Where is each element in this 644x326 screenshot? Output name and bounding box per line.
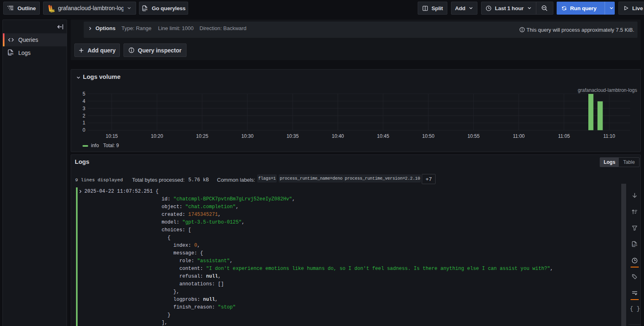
svg-text:4: 4 <box>82 98 85 104</box>
svg-text:10:25: 10:25 <box>196 133 208 139</box>
svg-text:11:05: 11:05 <box>558 133 570 139</box>
svg-text:10:20: 10:20 <box>151 133 163 139</box>
svg-text:5: 5 <box>82 91 85 97</box>
svg-text:LOG: LOG <box>9 52 14 55</box>
svg-text:11:10: 11:10 <box>603 133 615 139</box>
svg-text:0: 0 <box>82 127 85 133</box>
svg-text:LOG: LOG <box>143 8 148 11</box>
svg-text:grafanacloud-lambtron-logs: grafanacloud-lambtron-logs <box>578 87 637 93</box>
svg-text:10:35: 10:35 <box>286 133 299 139</box>
svg-text:1: 1 <box>82 120 85 126</box>
svg-text:10:45: 10:45 <box>377 133 389 139</box>
svg-text:LOG: LOG <box>633 244 637 246</box>
svg-text:10:15: 10:15 <box>106 133 118 139</box>
svg-text:10:40: 10:40 <box>332 133 344 139</box>
svg-text:2: 2 <box>82 113 85 119</box>
svg-text:3: 3 <box>82 106 85 111</box>
svg-text:10:30: 10:30 <box>241 133 254 139</box>
svg-text:11:00: 11:00 <box>513 133 525 139</box>
svg-text:10:50: 10:50 <box>422 133 434 139</box>
svg-text:10:55: 10:55 <box>467 133 479 139</box>
